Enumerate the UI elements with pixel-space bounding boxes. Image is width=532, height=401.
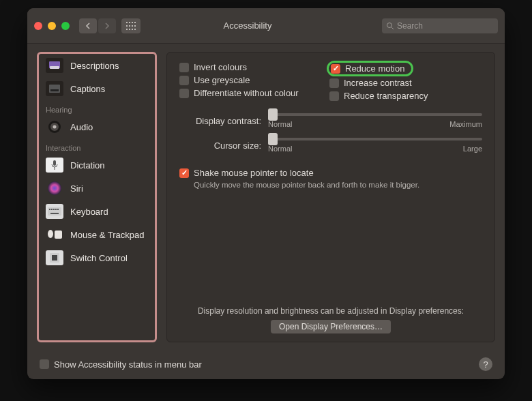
increase-contrast-checkbox[interactable]: Increase contrast [329, 78, 482, 88]
checkbox-icon [179, 89, 189, 98]
svg-rect-21 [53, 160, 56, 166]
sidebar-item-label: Audio [70, 122, 93, 132]
sidebar-item-label: Dictation [70, 160, 105, 170]
keyboard-icon [46, 204, 63, 219]
titlebar: Accessibility [27, 8, 505, 44]
display-prefs-text: Display resolution and brightness can be… [167, 306, 494, 316]
svg-rect-1 [129, 22, 130, 23]
cursor-size-slider-block: Cursor size: Normal Large [179, 138, 482, 153]
sidebar-item-descriptions[interactable]: Descriptions [39, 54, 155, 77]
sidebar-item-switch-control[interactable]: Switch Control [39, 246, 155, 269]
display-settings-panel: Invert colours Use greyscale Differentia… [166, 52, 495, 342]
svg-rect-25 [49, 209, 50, 210]
descriptions-icon [46, 58, 63, 73]
svg-rect-30 [50, 213, 59, 214]
checkbox-column-right: Reduce motion Increase contrast Reduce t… [329, 62, 482, 104]
nav-buttons [79, 18, 116, 33]
checkbox-icon [40, 359, 49, 369]
checkbox-icon [329, 91, 339, 101]
svg-rect-24 [48, 207, 61, 216]
svg-rect-29 [57, 209, 59, 210]
search-icon [386, 22, 394, 30]
help-button[interactable]: ? [479, 357, 492, 371]
close-window-button[interactable] [34, 22, 42, 30]
svg-rect-7 [134, 25, 136, 27]
checkbox-icon [179, 76, 189, 85]
display-contrast-slider[interactable]: Normal Maximum [268, 113, 482, 128]
siri-icon [46, 181, 63, 196]
zoom-window-button[interactable] [61, 22, 70, 30]
svg-rect-32 [55, 231, 62, 239]
content-area: Descriptions Captions Hearing Audio Inte… [27, 44, 505, 349]
svg-rect-9 [129, 29, 130, 30]
reduce-motion-row: Reduce motion [329, 62, 482, 75]
shake-pointer-checkbox[interactable]: Shake mouse pointer to locate [179, 168, 482, 178]
sidebar-item-keyboard[interactable]: Keyboard [39, 200, 155, 223]
sidebar-item-audio[interactable]: Audio [39, 115, 155, 138]
checkbox-icon [329, 78, 339, 88]
sidebar-section-hearing: Hearing [39, 100, 155, 115]
show-accessibility-status-checkbox[interactable]: Show Accessibility status in menu bar [40, 359, 202, 370]
chevron-right-icon [104, 23, 110, 29]
display-checkbox-grid: Invert colours Use greyscale Differentia… [179, 62, 482, 104]
sidebar-scroll[interactable]: Descriptions Captions Hearing Audio Inte… [39, 54, 155, 340]
slider-max-label: Maximum [449, 120, 482, 128]
checkbox-icon [179, 63, 189, 72]
svg-point-20 [53, 125, 57, 129]
slider-thumb-icon [268, 108, 278, 121]
accessibility-preferences-window: Accessibility Descriptions Captions Hear… [27, 8, 505, 379]
svg-rect-34 [52, 255, 57, 261]
differentiate-without-colour-checkbox[interactable]: Differentiate without colour [179, 88, 316, 98]
svg-rect-6 [132, 25, 133, 27]
slider-min-label: Normal [268, 145, 292, 153]
cursor-size-slider[interactable]: Normal Large [268, 138, 482, 153]
window-title: Accessibility [141, 20, 382, 31]
show-all-button[interactable] [121, 18, 141, 33]
svg-point-12 [387, 23, 392, 27]
sidebar-item-captions[interactable]: Captions [39, 77, 155, 100]
captions-icon [46, 81, 63, 96]
display-contrast-slider-block: Display contrast: Normal Maximum [179, 113, 482, 128]
reduce-transparency-checkbox[interactable]: Reduce transparency [329, 91, 482, 101]
shake-pointer-description: Quickly move the mouse pointer back and … [194, 181, 482, 189]
open-display-preferences-button[interactable]: Open Display Preferences… [271, 320, 391, 333]
sidebar-item-dictation[interactable]: Dictation [39, 153, 155, 177]
back-button[interactable] [79, 18, 97, 33]
sidebar-item-siri[interactable]: Siri [39, 177, 155, 200]
mouse-icon [46, 227, 63, 242]
slider-min-label: Normal [268, 120, 292, 128]
sidebar-item-label: Descriptions [70, 61, 119, 71]
checkbox-label: Differentiate without colour [194, 88, 299, 98]
forward-button[interactable] [98, 18, 116, 33]
use-greyscale-checkbox[interactable]: Use greyscale [179, 75, 316, 85]
svg-rect-4 [126, 25, 128, 27]
invert-colours-checkbox[interactable]: Invert colours [179, 62, 316, 72]
svg-rect-15 [50, 66, 59, 69]
search-field[interactable] [382, 18, 498, 33]
checkbox-label: Use greyscale [194, 75, 250, 85]
shake-pointer-block: Shake mouse pointer to locate Quickly mo… [179, 168, 482, 189]
checkbox-label: Invert colours [194, 62, 247, 72]
svg-rect-10 [132, 29, 133, 30]
cursor-size-label: Cursor size: [179, 140, 261, 151]
svg-rect-28 [55, 209, 57, 210]
sidebar-item-label: Siri [70, 183, 83, 194]
svg-rect-16 [49, 85, 60, 93]
svg-rect-17 [50, 89, 59, 91]
chevron-left-icon [85, 23, 91, 29]
checkbox-column-left: Invert colours Use greyscale Differentia… [179, 62, 316, 104]
search-input[interactable] [397, 21, 494, 31]
svg-rect-3 [134, 22, 136, 23]
sidebar-item-mouse-trackpad[interactable]: Mouse & Trackpad [39, 223, 155, 246]
svg-point-23 [48, 181, 61, 195]
minimize-window-button[interactable] [48, 22, 56, 30]
svg-rect-11 [134, 29, 136, 30]
footer: Show Accessibility status in menu bar ? [27, 349, 505, 379]
display-prefs-note: Display resolution and brightness can be… [167, 306, 494, 333]
checkbox-icon [331, 64, 340, 74]
audio-icon [46, 119, 63, 134]
checkbox-label: Reduce transparency [344, 91, 428, 101]
checkbox-label: Show Accessibility status in menu bar [54, 359, 202, 370]
svg-rect-5 [129, 25, 130, 27]
svg-line-13 [391, 27, 394, 29]
